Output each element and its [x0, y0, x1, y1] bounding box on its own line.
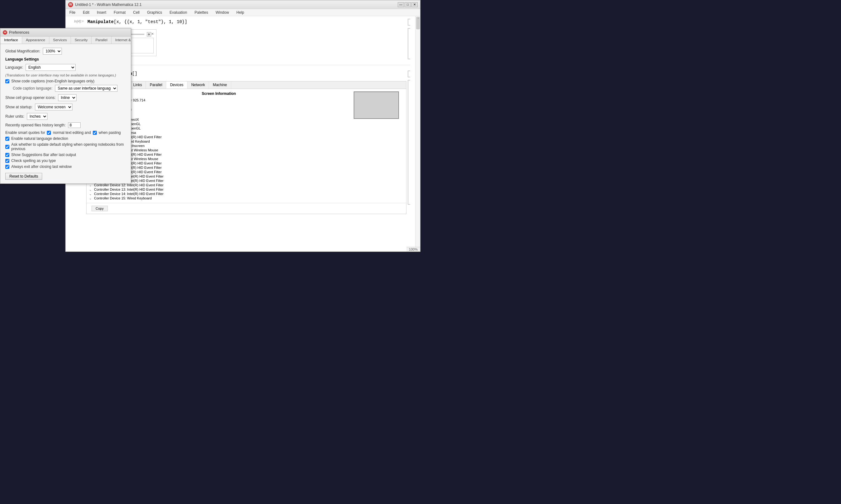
chevron-icon: ⌄: [89, 197, 93, 200]
menu-format[interactable]: Format: [113, 10, 127, 15]
menu-graphics[interactable]: Graphics: [146, 10, 164, 15]
cell-group-select[interactable]: Inline: [58, 94, 76, 101]
language-label: Language:: [5, 65, 23, 70]
magnification-select[interactable]: 100%: [43, 48, 62, 55]
language-select[interactable]: English: [25, 64, 75, 71]
title-bar: W Untitled-1 * - Wolfram Mathematica 12.…: [66, 0, 420, 9]
ruler-label: Ruler units:: [5, 114, 24, 119]
show-code-captions-row: Show code captions (non-English language…: [5, 79, 126, 83]
copy-button[interactable]: Copy: [91, 206, 108, 211]
cell-in2-content[interactable]: SystemInformation[]: [86, 71, 407, 77]
scrollbar[interactable]: ⌃ ⌄: [415, 16, 420, 252]
menu-bar: File Edit Insert Format Cell Graphics Ev…: [66, 9, 420, 16]
chevron-icon: ⌄: [89, 183, 93, 187]
manipulate-close[interactable]: ✕: [151, 32, 154, 36]
tab-parallel[interactable]: Parallel: [146, 82, 166, 89]
prefs-icon: W: [3, 30, 7, 35]
minimize-button[interactable]: —: [398, 2, 404, 7]
title-bar-buttons: — □ ✕: [398, 2, 418, 7]
history-input[interactable]: [68, 122, 81, 128]
prefs-title-bar: W Preferences: [0, 29, 131, 37]
chevron-icon: ⌄: [89, 192, 93, 196]
cell-bracket: [408, 19, 410, 25]
preferences-window: W Preferences Interface Appearance Servi…: [0, 28, 131, 184]
prefs-tab-security[interactable]: Security: [71, 37, 92, 44]
prefs-tab-internet[interactable]: Internet & Mail: [111, 37, 131, 44]
ctrl-settings[interactable]: ⚙: [147, 32, 151, 37]
smart-quotes-pasting-label: when pasting: [99, 130, 121, 135]
cell-in4-label: In[4]:=: [71, 19, 86, 23]
smart-quotes-normal-checkbox[interactable]: [47, 131, 51, 135]
sysinfo-right: [354, 91, 404, 200]
cell-in4-content[interactable]: Manipulate[x, {{x, 1, "test"}, 1, 10}]: [86, 19, 407, 25]
cell-in2-code[interactable]: SystemInformation[]: [86, 71, 407, 77]
menu-edit[interactable]: Edit: [82, 10, 91, 15]
show-code-captions-checkbox[interactable]: [5, 79, 10, 83]
language-heading: Language Settings: [5, 57, 126, 61]
smart-quotes-pasting-checkbox[interactable]: [93, 131, 97, 135]
code-caption-lang-row: Code caption language: Same as user inte…: [13, 85, 126, 92]
tab-network[interactable]: Network: [187, 82, 209, 89]
prefs-tab-services[interactable]: Services: [49, 37, 71, 44]
natural-language-row: Enable natural language detection: [5, 137, 126, 141]
device-item[interactable]: ⌄Controller Device 13: Intel(R) HID Even…: [89, 187, 349, 192]
menu-palettes[interactable]: Palettes: [193, 10, 209, 15]
spelling-checkbox[interactable]: [5, 159, 10, 163]
cell-in4-code[interactable]: Manipulate[x, {{x, 1, "test"}, 1, 10}]: [86, 19, 407, 25]
sysinfo-brackets: []: [132, 71, 137, 76]
startup-select[interactable]: Welcome screen: [35, 104, 72, 110]
menu-window[interactable]: Window: [214, 10, 230, 15]
zoom-bar: 100%: [407, 247, 420, 252]
manipulate-controls: ⚙: [147, 32, 151, 37]
tab-devices[interactable]: Devices: [166, 82, 187, 89]
ask-styling-label: Ask whether to update default styling wh…: [11, 142, 126, 151]
suggestions-checkbox[interactable]: [5, 153, 10, 157]
mathematica-icon: W: [68, 2, 73, 7]
natural-language-checkbox[interactable]: [5, 137, 10, 141]
spelling-row: Check spelling as you type: [5, 159, 126, 163]
reset-button[interactable]: Reset to Defaults: [5, 173, 42, 180]
cell-out2-bracket: [408, 80, 410, 205]
cell-in2-bracket: [408, 71, 410, 77]
ruler-select[interactable]: Inches: [27, 113, 48, 120]
menu-help[interactable]: Help: [235, 10, 245, 15]
cell-group-label: Show cell group opener icons:: [5, 95, 56, 100]
scroll-up[interactable]: ⌃: [417, 17, 419, 21]
prefs-tab-parallel[interactable]: Parallel: [91, 37, 111, 44]
device-item[interactable]: ⌄Controller Device 15: Wired Keyboard: [89, 196, 349, 200]
manipulate-buttons: ✕: [151, 32, 154, 36]
tab-machine[interactable]: Machine: [209, 82, 231, 89]
device-item[interactable]: ⌄Controller Device 14: Intel(R) HID Even…: [89, 192, 349, 196]
smart-quotes-checkboxes: normal text editing and when pasting: [47, 130, 121, 135]
ask-styling-row: Ask whether to update default styling wh…: [5, 142, 126, 151]
history-label: Recently opened files history length:: [5, 123, 66, 127]
menu-insert[interactable]: Insert: [96, 10, 107, 15]
device-label: Controller Device 14: Intel(R) HID Event…: [94, 192, 164, 196]
ask-styling-checkbox[interactable]: [5, 145, 10, 149]
cell-out4-bracket: [408, 28, 410, 59]
close-button[interactable]: ✕: [411, 2, 418, 7]
suggestions-row: Show Suggestions Bar after last output: [5, 152, 126, 157]
always-exit-row: Always exit after closing last window: [5, 164, 126, 169]
menu-cell[interactable]: Cell: [132, 10, 141, 15]
smart-quotes-row: Enable smart quotes for normal text edit…: [5, 130, 126, 135]
window-title: Untitled-1 * - Wolfram Mathematica 12.1: [75, 2, 141, 7]
prefs-tab-interface[interactable]: Interface: [0, 37, 22, 44]
maximize-button[interactable]: □: [405, 2, 411, 7]
sysinfo-body: Screen Information Screen Size 1645.71 ×…: [87, 89, 406, 203]
menu-evaluation[interactable]: Evaluation: [168, 10, 188, 15]
code-caption-lang-select[interactable]: Same as user interface language: [55, 85, 118, 92]
menu-file[interactable]: File: [68, 10, 76, 15]
zoom-value: 100%: [409, 248, 418, 251]
device-label: Controller Device 13: Intel(R) HID Event…: [94, 187, 164, 191]
ruler-row: Ruler units: Inches: [5, 113, 126, 120]
prefs-body: Global Magnification: 100% Language Sett…: [0, 44, 131, 183]
prefs-tab-appearance[interactable]: Appearance: [22, 37, 49, 44]
startup-label: Show at startup:: [5, 105, 33, 109]
code-text: [x, {{x, 1, "test"}, 1, 10}]: [114, 19, 187, 24]
smart-quotes-normal-label: normal text editing and: [53, 130, 91, 135]
title-bar-left: W Untitled-1 * - Wolfram Mathematica 12.…: [68, 2, 141, 7]
tab-links[interactable]: Links: [129, 82, 146, 89]
cell-group-row: Show cell group opener icons: Inline: [5, 94, 126, 101]
always-exit-checkbox[interactable]: [5, 165, 10, 169]
